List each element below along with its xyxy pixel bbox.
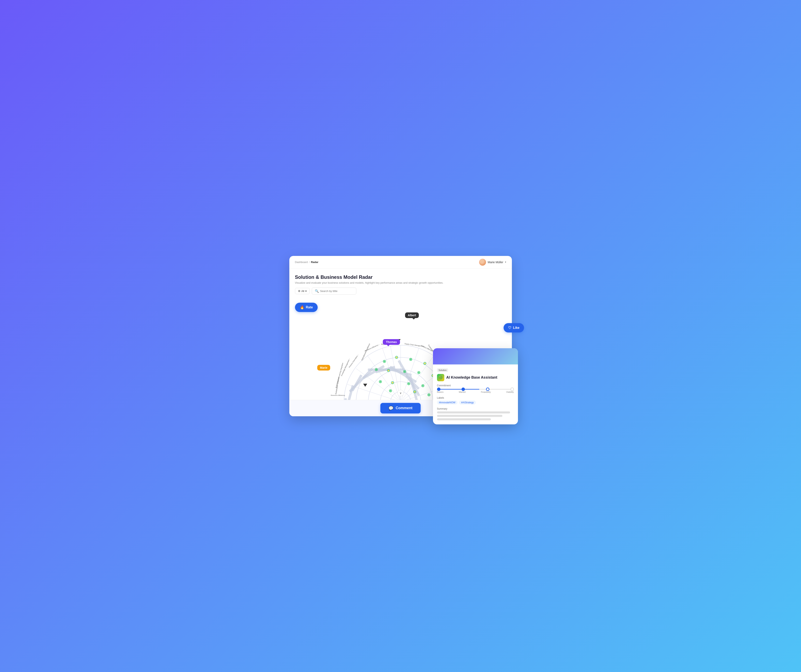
- svg-point-60: [408, 383, 409, 384]
- commitment-track: [437, 389, 514, 390]
- rate-label: Rate: [306, 306, 313, 309]
- svg-point-58: [392, 382, 393, 383]
- svg-line-2: [356, 369, 400, 400]
- chevron-down-icon: ∨: [400, 392, 402, 395]
- comment-label: Comment: [396, 406, 412, 410]
- svg-marker-72: [363, 384, 367, 387]
- dot-market: [462, 388, 465, 391]
- svg-point-66: [390, 390, 391, 392]
- comment-icon: 💬: [388, 406, 394, 411]
- stage-basics: Basics: [437, 391, 444, 393]
- tag-ai-strategy[interactable]: #AIStrategy: [459, 400, 476, 404]
- svg-rect-12: [344, 398, 347, 400]
- solution-card: Solution 🟢 AI Knowledge Base Assistant C…: [433, 348, 518, 424]
- search-input[interactable]: [320, 290, 353, 293]
- username: Marie Müller: [487, 261, 503, 264]
- filter-chevron-icon: ▾: [305, 290, 307, 293]
- summary-bars: [437, 411, 514, 420]
- search-icon: 🔍: [315, 289, 319, 293]
- filter-icon: ⚙: [298, 290, 301, 293]
- search-box[interactable]: 🔍: [312, 287, 356, 295]
- svg-point-40: [396, 357, 397, 358]
- svg-rect-16: [362, 365, 384, 379]
- stage-market: Market: [459, 391, 466, 393]
- labels-title: Labels: [437, 396, 514, 399]
- commitment-dots: [437, 388, 514, 391]
- solution-tag: Solution: [437, 368, 448, 372]
- summary-title: Summary: [437, 408, 514, 410]
- avatar: [479, 259, 486, 266]
- solution-logo: 🟢: [437, 374, 444, 381]
- stage-viability: Viability: [506, 391, 514, 393]
- commitment-stages: Basics Market Feasibility Viability: [437, 391, 514, 393]
- svg-point-70: [428, 394, 429, 395]
- svg-point-62: [422, 385, 423, 386]
- summary-bar-2: [437, 415, 502, 417]
- summary-bar-1: [437, 411, 510, 413]
- tag-innovate[interactable]: #innovateNOW: [437, 400, 457, 404]
- summary-section: Summary: [437, 408, 514, 420]
- solution-card-header: [433, 348, 518, 364]
- page-title: Solution & Business Model Radar: [295, 274, 506, 280]
- comment-button[interactable]: 💬 Comment: [380, 403, 420, 413]
- like-label: Like: [513, 326, 520, 330]
- stage-feasibility: Feasibility: [481, 391, 491, 393]
- dot-basics: [437, 388, 441, 391]
- svg-point-42: [410, 359, 411, 360]
- commitment-label: Commitment: [437, 384, 514, 387]
- solution-card-body: Solution 🟢 AI Knowledge Base Assistant C…: [433, 364, 518, 424]
- svg-point-38: [384, 361, 385, 362]
- tags-row: #innovateNOW #AIStrategy: [437, 400, 514, 404]
- page-description: Visualize and evaluate your business sol…: [295, 281, 506, 284]
- breadcrumb: Dashboard / Radar: [295, 261, 318, 264]
- tooltip-marie: Marie: [317, 365, 330, 371]
- svg-point-46: [376, 369, 377, 370]
- svg-point-52: [418, 372, 420, 373]
- svg-point-56: [380, 381, 381, 382]
- breadcrumb-dashboard[interactable]: Dashboard: [295, 261, 308, 264]
- breadcrumb-current: Radar: [311, 261, 318, 264]
- summary-bar-3: [437, 418, 491, 420]
- dot-feasibility: [486, 388, 489, 391]
- svg-point-50: [404, 371, 405, 372]
- like-icon: ♡: [508, 326, 511, 330]
- topbar: Dashboard / Radar Marie Müller ▾: [290, 256, 512, 269]
- filter-all-label: All: [301, 290, 304, 293]
- like-button[interactable]: ♡ Like: [503, 323, 524, 332]
- svg-point-68: [414, 391, 415, 392]
- dot-viability: [510, 388, 514, 391]
- svg-point-44: [424, 363, 426, 364]
- page-header: Solution & Business Model Radar Visualiz…: [290, 269, 512, 287]
- svg-point-48: [388, 370, 389, 371]
- svg-rect-15: [349, 368, 373, 392]
- solution-logo-icon: 🟢: [439, 375, 443, 379]
- filter-bar: ⚙ All ▾ 🔍: [290, 287, 512, 299]
- user-menu[interactable]: Marie Müller ▾: [479, 259, 506, 266]
- rate-icon: 🔥: [300, 305, 304, 309]
- breadcrumb-separator: /: [309, 261, 310, 264]
- solution-title-row: 🟢 AI Knowledge Base Assistant: [437, 374, 514, 381]
- chevron-down-icon: ▾: [505, 261, 506, 263]
- svg-text:Process Automation –: Process Automation –: [348, 354, 359, 368]
- tooltip-thomas: Thomas: [383, 339, 400, 345]
- chevron-down-button[interactable]: ∨: [397, 390, 404, 396]
- solution-title: AI Knowledge Base Assistant: [446, 375, 497, 380]
- filter-all-button[interactable]: ⚙ All ▾: [295, 288, 310, 294]
- labels-section: Labels #innovateNOW #AIStrategy: [437, 396, 514, 404]
- rate-button[interactable]: 🔥 Rate: [295, 303, 318, 312]
- svg-text:Operational Excellence: Operational Excellence: [361, 343, 370, 361]
- tooltip-albert: Albert: [405, 313, 419, 318]
- svg-text:Resource Efficiency: Resource Efficiency: [331, 395, 345, 396]
